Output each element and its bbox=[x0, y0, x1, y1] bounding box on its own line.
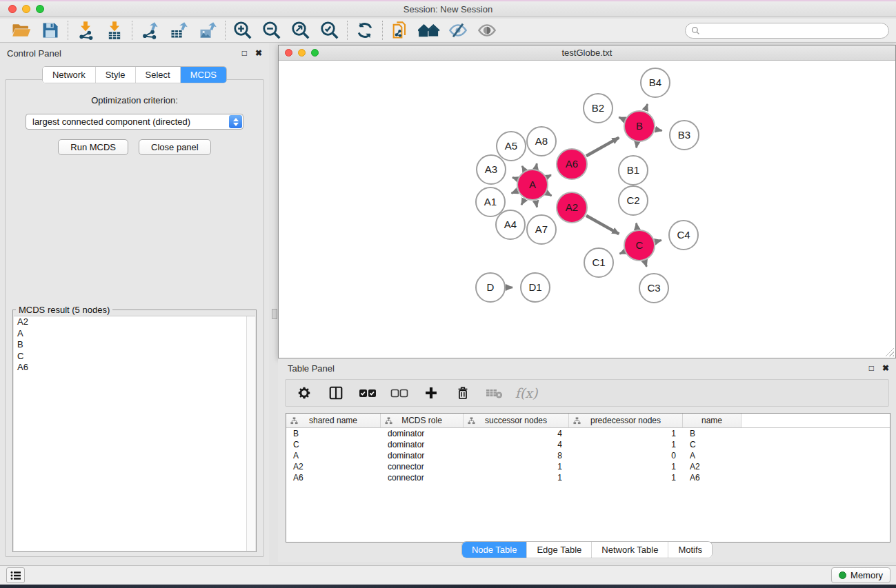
table-row[interactable]: A6connector11A6 bbox=[286, 472, 890, 483]
edge-A-A8[interactable] bbox=[536, 163, 537, 168]
edge-B-B2[interactable] bbox=[619, 117, 624, 119]
graph-node-B4[interactable]: B4 bbox=[641, 68, 670, 97]
network-canvas[interactable]: AA1A2A3A4A5A6A7A8BB1B2B3B4CC1C2C3C4DD1 bbox=[279, 61, 895, 358]
control-tab-select[interactable]: Select bbox=[135, 67, 180, 83]
search-input[interactable] bbox=[704, 26, 888, 36]
clone-network-button[interactable] bbox=[386, 20, 415, 41]
network-graph[interactable]: AA1A2A3A4A5A6A7A8BB1B2B3B4CC1C2C3C4DD1 bbox=[279, 61, 895, 358]
edge-B-B3[interactable] bbox=[656, 130, 662, 131]
graph-node-A8[interactable]: A8 bbox=[527, 127, 556, 156]
show-details-button[interactable] bbox=[472, 20, 501, 41]
edge-A-A6[interactable] bbox=[547, 175, 551, 177]
graph-node-C[interactable]: C bbox=[624, 230, 655, 261]
run-mcds-button[interactable]: Run MCDS bbox=[58, 139, 128, 155]
save-session-button[interactable] bbox=[36, 20, 65, 41]
graph-node-B2[interactable]: B2 bbox=[584, 94, 613, 123]
refresh-view-button[interactable] bbox=[350, 20, 379, 41]
zoom-fit-button[interactable] bbox=[286, 20, 315, 41]
graph-node-A4[interactable]: A4 bbox=[496, 210, 525, 239]
graph-node-B1[interactable]: B1 bbox=[619, 156, 648, 185]
result-item[interactable]: A2 bbox=[14, 316, 255, 328]
memory-button[interactable]: Memory bbox=[831, 567, 890, 583]
search-field[interactable] bbox=[685, 23, 889, 39]
node-table[interactable]: shared nameMCDS rolesuccessor nodesprede… bbox=[286, 413, 890, 543]
function-builder-button[interactable]: f(x) bbox=[517, 384, 535, 402]
edge-A-A5[interactable] bbox=[522, 166, 524, 170]
import-network-button[interactable] bbox=[71, 20, 100, 41]
edge-C-C4[interactable] bbox=[655, 241, 661, 242]
edge-C-C1[interactable] bbox=[619, 252, 624, 254]
table-tab-motifs[interactable]: Motifs bbox=[668, 542, 712, 558]
hide-details-button[interactable] bbox=[444, 20, 472, 41]
criterion-dropdown[interactable]: largest connected component (directed) bbox=[26, 114, 243, 130]
float-panel-icon[interactable]: □ bbox=[869, 363, 874, 373]
graph-node-C3[interactable]: C3 bbox=[639, 274, 668, 303]
edge-B-B4[interactable] bbox=[645, 104, 647, 110]
float-panel-icon[interactable]: □ bbox=[242, 48, 247, 58]
control-tab-style[interactable]: Style bbox=[95, 67, 135, 83]
table-tab-edge-table[interactable]: Edge Table bbox=[526, 542, 591, 558]
graph-node-C4[interactable]: C4 bbox=[669, 221, 698, 250]
zoom-in-button[interactable] bbox=[228, 20, 257, 41]
edge-B-B1[interactable] bbox=[637, 143, 637, 148]
column-header-shared-name[interactable]: shared name bbox=[286, 414, 381, 427]
column-header-name[interactable]: name bbox=[683, 414, 741, 427]
edge-A-A7[interactable] bbox=[536, 201, 537, 207]
table-row[interactable]: Cdominator41C bbox=[286, 439, 890, 450]
open-file-button[interactable] bbox=[7, 20, 36, 41]
graph-node-A1[interactable]: A1 bbox=[476, 187, 505, 216]
home-button[interactable] bbox=[415, 20, 444, 41]
graph-node-C1[interactable]: C1 bbox=[584, 248, 613, 277]
edge-A6-B[interactable] bbox=[586, 138, 619, 156]
graph-node-D[interactable]: D bbox=[476, 273, 505, 302]
export-table-button[interactable] bbox=[164, 20, 193, 41]
result-item[interactable]: A6 bbox=[14, 362, 255, 374]
export-network-button[interactable] bbox=[135, 20, 164, 41]
delete-column-button[interactable] bbox=[454, 384, 472, 402]
table-row[interactable]: A2connector11A2 bbox=[286, 461, 890, 472]
edge-A-A2[interactable] bbox=[547, 193, 552, 196]
split-panel-button[interactable] bbox=[327, 384, 345, 402]
graph-node-A[interactable]: A bbox=[517, 170, 548, 200]
column-header-predecessor-nodes[interactable]: predecessor nodes bbox=[569, 414, 683, 427]
graph-node-B3[interactable]: B3 bbox=[670, 121, 699, 150]
add-column-button[interactable] bbox=[422, 384, 440, 402]
table-row[interactable]: Bdominator41B bbox=[286, 428, 890, 439]
deselect-all-button[interactable] bbox=[390, 384, 408, 402]
delete-table-button[interactable] bbox=[486, 384, 504, 402]
edge-A2-C[interactable] bbox=[586, 216, 619, 234]
import-table-button[interactable] bbox=[100, 20, 129, 41]
splitter-handle[interactable] bbox=[272, 309, 277, 319]
result-scrollbar[interactable] bbox=[246, 316, 255, 551]
zoom-out-button[interactable] bbox=[257, 20, 286, 41]
network-window-titlebar[interactable]: testGlobe.txt bbox=[279, 45, 895, 61]
graph-node-A3[interactable]: A3 bbox=[477, 155, 506, 184]
mcds-result-list[interactable]: A2ABCA6 bbox=[14, 316, 255, 551]
table-settings-button[interactable] bbox=[295, 384, 313, 402]
edge-C-C2[interactable] bbox=[637, 223, 637, 230]
result-item[interactable]: C bbox=[14, 351, 255, 363]
table-tab-node-table[interactable]: Node Table bbox=[462, 542, 527, 558]
export-image-button[interactable] bbox=[193, 20, 222, 41]
resize-grip[interactable] bbox=[885, 347, 894, 356]
zoom-selected-button[interactable] bbox=[315, 20, 344, 41]
edge-C-C3[interactable] bbox=[645, 261, 647, 267]
edge-A-A4[interactable] bbox=[521, 199, 524, 205]
close-panel-button[interactable]: Close panel bbox=[139, 139, 211, 155]
result-item[interactable]: B bbox=[14, 339, 255, 351]
close-panel-icon[interactable]: ✖ bbox=[882, 363, 889, 373]
edge-A-A1[interactable] bbox=[512, 191, 517, 193]
close-panel-icon[interactable]: ✖ bbox=[255, 48, 262, 58]
edge-A-A3[interactable] bbox=[512, 177, 517, 179]
control-tab-network[interactable]: Network bbox=[43, 67, 95, 83]
graph-node-A6[interactable]: A6 bbox=[557, 149, 587, 179]
table-row[interactable]: Adominator80A bbox=[286, 450, 890, 461]
task-history-button[interactable] bbox=[6, 567, 25, 583]
select-all-button[interactable] bbox=[359, 384, 377, 402]
graph-node-C2[interactable]: C2 bbox=[619, 186, 648, 215]
column-header-MCDS-role[interactable]: MCDS role bbox=[381, 414, 464, 427]
graph-node-A5[interactable]: A5 bbox=[497, 132, 526, 161]
graph-node-A7[interactable]: A7 bbox=[527, 215, 556, 244]
graph-node-D1[interactable]: D1 bbox=[521, 273, 550, 302]
result-item[interactable]: A bbox=[14, 328, 255, 340]
